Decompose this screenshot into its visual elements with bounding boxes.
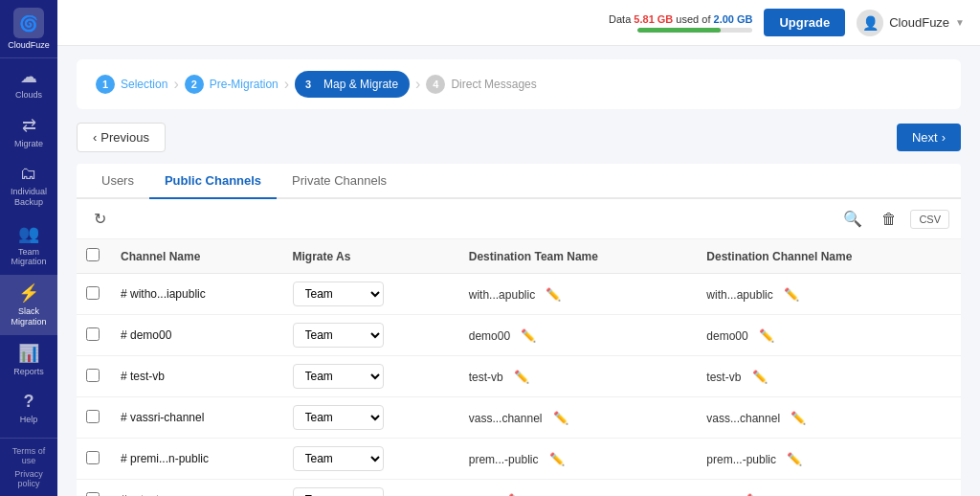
dest-channel-cell: vass...channel ✏️: [697, 397, 961, 439]
step-2-label: Pre-Migration: [210, 78, 278, 91]
edit-dest-channel-icon[interactable]: ✏️: [787, 452, 802, 466]
channel-name-cell: # witho...iapublic: [111, 274, 283, 315]
delete-button[interactable]: 🗑: [876, 208, 902, 231]
sidebar-item-migrate[interactable]: ⇄ Migrate: [0, 107, 57, 156]
table-row: # vassri-channel Team Channel vass...cha…: [77, 397, 961, 439]
migrate-as-select[interactable]: Team Channel: [293, 364, 384, 389]
storage-bar: [637, 28, 752, 33]
upgrade-button[interactable]: Upgrade: [764, 9, 845, 36]
migrate-as-select[interactable]: Team Channel: [293, 323, 384, 348]
main-area: Data 5.81 GB used of 2.00 GB Upgrade 👤 C…: [57, 0, 980, 496]
sidebar-item-slack-migration[interactable]: ⚡ Slack Migration: [0, 275, 57, 335]
csv-button[interactable]: CSV: [910, 210, 949, 229]
previous-button[interactable]: ‹ Previous: [77, 123, 166, 152]
help-icon: ?: [24, 392, 34, 412]
table-row: # premi...n-public Team Channel prem...-…: [77, 439, 961, 480]
edit-dest-team-icon[interactable]: ✏️: [549, 452, 565, 466]
chevron-right-icon: ›: [942, 130, 946, 145]
dest-channel-cell: demo00 ✏️: [697, 315, 961, 356]
search-button[interactable]: 🔍: [837, 207, 868, 231]
storage-total: 2.00 GB: [714, 13, 753, 25]
edit-dest-channel-icon[interactable]: ✏️: [759, 328, 774, 343]
edit-dest-team-icon[interactable]: ✏️: [508, 493, 523, 497]
table-container: ↻ 🔍 🗑 CSV Channel Name: [77, 199, 961, 496]
dest-channel-cell: a-test ✏️: [697, 480, 961, 497]
slack-icon: ⚡: [18, 282, 39, 304]
toolbar-left: ↻: [88, 207, 112, 231]
step-arrow-1: ›: [173, 76, 178, 93]
row-select-checkbox[interactable]: [86, 369, 100, 382]
dest-channel-cell: with...apublic ✏️: [697, 274, 961, 315]
migrate-as-select[interactable]: Team Channel: [293, 282, 384, 306]
migrate-as-select[interactable]: Team Channel: [293, 446, 384, 471]
step-1-num: 1: [96, 75, 115, 94]
step-premigration: 2 Pre-Migration: [185, 75, 278, 94]
toolbar-right: 🔍 🗑 CSV: [837, 207, 949, 231]
row-select-checkbox[interactable]: [86, 492, 100, 497]
edit-dest-team-icon[interactable]: ✏️: [553, 411, 568, 425]
channel-name-cell: # a-test: [111, 480, 283, 497]
migrate-as-cell: Team Channel: [283, 356, 459, 397]
row-select-checkbox[interactable]: [86, 451, 100, 464]
sidebar-item-label: Slack Migration: [4, 306, 54, 327]
next-button[interactable]: Next ›: [897, 124, 961, 151]
step-map-migrate: 3 Map & Migrate: [295, 71, 410, 98]
edit-dest-team-icon[interactable]: ✏️: [514, 370, 529, 384]
user-profile[interactable]: 👤 CloudFuze ▼: [857, 10, 965, 36]
edit-dest-channel-icon[interactable]: ✏️: [752, 370, 768, 384]
sidebar-item-individual-backup[interactable]: 🗂 Individual Backup: [0, 156, 57, 215]
edit-dest-channel-icon[interactable]: ✏️: [784, 287, 799, 302]
tab-public-channels[interactable]: Public Channels: [149, 164, 277, 199]
privacy-link[interactable]: Privacy policy: [4, 467, 54, 490]
sidebar-item-label: Individual Backup: [4, 187, 54, 208]
step-4-label: Direct Messages: [451, 78, 536, 91]
terms-link[interactable]: Terms of use: [4, 444, 54, 467]
step-selection: 1 Selection: [96, 75, 167, 94]
sidebar-item-team-migration[interactable]: 👥 Team Migration: [0, 215, 57, 276]
dest-channel-cell: prem...-public ✏️: [697, 439, 961, 480]
sidebar-item-label: Help: [20, 415, 38, 424]
select-all-checkbox[interactable]: [86, 248, 100, 261]
app-name: CloudFuze: [8, 40, 50, 50]
migrate-as-cell: Team Channel: [283, 315, 459, 356]
edit-dest-channel-icon[interactable]: ✏️: [746, 493, 762, 497]
row-select-checkbox[interactable]: [86, 327, 100, 341]
header-channel-name: Channel Name: [111, 239, 283, 274]
sidebar-item-clouds[interactable]: ☁ Clouds: [0, 58, 57, 107]
step-1-label: Selection: [121, 78, 167, 91]
storage-bar-fill: [637, 28, 720, 33]
tab-users[interactable]: Users: [86, 164, 149, 199]
previous-label: Previous: [100, 130, 149, 145]
storage-used: 5.81 GB: [634, 13, 673, 25]
header-dest-channel: Destination Channel Name: [697, 239, 961, 274]
row-select-checkbox[interactable]: [86, 410, 100, 423]
nav-row: ‹ Previous Next ›: [77, 123, 961, 152]
row-checkbox: [77, 356, 111, 397]
header-migrate-as: Migrate As: [283, 239, 459, 274]
logo-icon: 🌀: [13, 8, 44, 38]
migrate-as-select[interactable]: Team Channel: [293, 405, 384, 430]
row-checkbox: [77, 439, 111, 480]
tab-private-channels[interactable]: Private Channels: [277, 164, 402, 199]
edit-dest-team-icon[interactable]: ✏️: [521, 328, 536, 343]
sidebar: 🌀 CloudFuze ☁ Clouds ⇄ Migrate 🗂 Individ…: [0, 0, 57, 496]
dest-team-cell: a-test ✏️: [459, 480, 698, 497]
channels-table: Channel Name Migrate As Destination Team…: [77, 239, 961, 496]
migrate-as-cell: Team Channel: [283, 439, 459, 480]
sidebar-item-help[interactable]: ? Help: [0, 384, 57, 432]
channel-name-cell: # vassri-channel: [111, 397, 283, 439]
step-arrow-3: ›: [415, 76, 420, 93]
migrate-as-select[interactable]: Team Channel: [293, 487, 384, 496]
table-row: # test-vb Team Channel test-vb ✏️ test-v…: [77, 356, 961, 397]
reports-icon: 📊: [18, 343, 39, 364]
tabs-table-wrapper: Users Public Channels Private Channels ↻…: [77, 164, 961, 496]
row-checkbox: [77, 397, 111, 439]
user-avatar-icon: 👤: [857, 10, 883, 36]
edit-dest-channel-icon[interactable]: ✏️: [791, 411, 806, 425]
sidebar-item-label: Reports: [13, 367, 44, 376]
refresh-button[interactable]: ↻: [88, 207, 112, 231]
edit-dest-team-icon[interactable]: ✏️: [546, 287, 561, 302]
content-area: 1 Selection › 2 Pre-Migration › 3 Map & …: [57, 46, 980, 496]
row-select-checkbox[interactable]: [86, 286, 100, 300]
sidebar-item-reports[interactable]: 📊 Reports: [0, 335, 57, 384]
